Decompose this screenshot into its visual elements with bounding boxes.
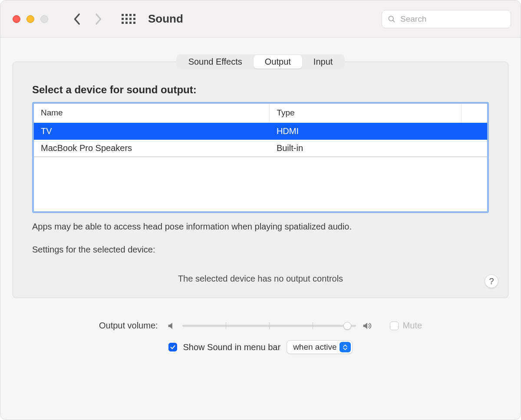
mute-checkbox[interactable]: [390, 322, 399, 330]
device-type: HDMI: [270, 123, 487, 140]
select-stepper-icon: [340, 342, 351, 352]
tab-input[interactable]: Input: [302, 55, 344, 69]
selected-device-settings-label: Settings for the selected device:: [32, 245, 489, 255]
show-in-menubar-checkbox[interactable]: [168, 343, 177, 351]
no-output-controls-message: The selected device has no output contro…: [32, 274, 489, 284]
select-value: when active: [293, 342, 336, 351]
column-header-name[interactable]: Name: [34, 104, 270, 123]
table-row[interactable]: MacBook Pro Speakers Built-in: [34, 140, 487, 157]
help-icon: ?: [489, 276, 494, 286]
forward-button[interactable]: [94, 13, 102, 25]
table-row[interactable]: TV HDMI: [34, 123, 487, 140]
panel-heading: Select a device for sound output:: [32, 84, 489, 96]
volume-min-icon: [167, 321, 176, 331]
sound-preferences-window: Sound Sound Effects Output Input Select …: [0, 0, 521, 420]
minimize-window-button[interactable]: [26, 15, 34, 23]
show-in-menubar-label: Show Sound in menu bar: [183, 342, 281, 352]
menubar-row: Show Sound in menu bar when active: [13, 340, 508, 354]
nav-buttons: [73, 13, 102, 25]
tab-sound-effects[interactable]: Sound Effects: [177, 55, 254, 69]
output-volume-row: Output volume: Mute: [13, 321, 508, 331]
spatial-audio-hint: Apps may be able to access head pose inf…: [32, 222, 489, 232]
output-device-table[interactable]: Name Type TV HDMI MacBook Pro Speakers B…: [32, 102, 489, 213]
back-button[interactable]: [73, 13, 81, 25]
menubar-visibility-select[interactable]: when active: [287, 340, 353, 354]
search-field[interactable]: [382, 10, 511, 28]
output-panel: Select a device for sound output: Name T…: [13, 62, 508, 298]
help-button[interactable]: ?: [485, 274, 498, 288]
device-name: MacBook Pro Speakers: [34, 140, 270, 157]
tab-output[interactable]: Output: [254, 55, 302, 69]
titlebar: Sound: [0, 0, 521, 38]
device-type: Built-in: [270, 140, 487, 157]
device-name: TV: [34, 123, 270, 140]
mute-label: Mute: [403, 321, 422, 331]
close-window-button[interactable]: [13, 15, 20, 23]
slider-thumb[interactable]: [343, 322, 351, 330]
output-volume-slider[interactable]: [182, 322, 356, 330]
window-controls: [13, 15, 48, 23]
column-header-type[interactable]: Type: [270, 104, 461, 123]
tab-bar: Sound Effects Output Input: [176, 54, 345, 69]
svg-line-1: [393, 20, 395, 22]
zoom-window-button[interactable]: [40, 15, 48, 23]
window-title: Sound: [148, 12, 183, 26]
search-icon: [387, 15, 396, 23]
show-all-prefs-icon[interactable]: [122, 13, 135, 26]
volume-max-icon: [362, 321, 372, 331]
search-input[interactable]: [399, 14, 505, 24]
content-area: Sound Effects Output Input Select a devi…: [0, 38, 521, 363]
mute-control[interactable]: Mute: [390, 321, 422, 331]
output-volume-label: Output volume:: [99, 321, 158, 331]
